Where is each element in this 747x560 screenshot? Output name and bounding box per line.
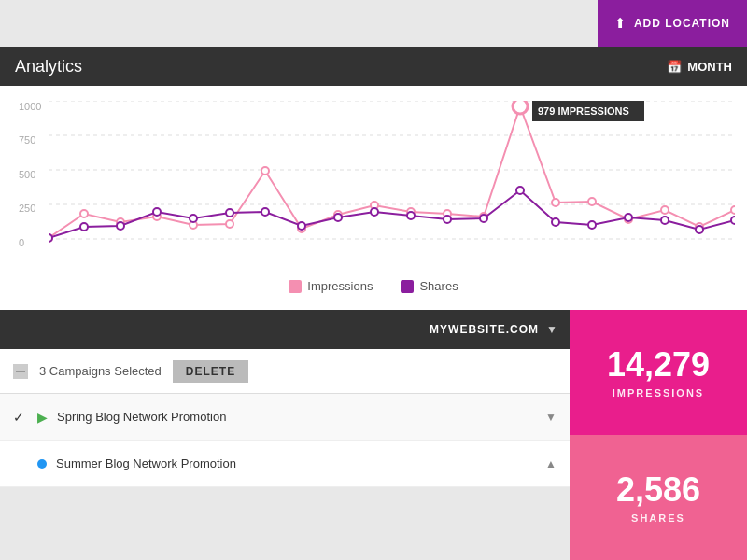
bottom-section: MYWEBSITE.COM ▼ — 3 Campaigns Selected D…	[0, 310, 747, 560]
calendar-icon: 📅	[667, 60, 682, 74]
campaign-name-1: Spring Blog Network Promotion	[57, 410, 536, 424]
play-icon: ▶	[37, 410, 48, 425]
campaign-checkbox-2[interactable]: ✓	[13, 456, 28, 471]
delete-button[interactable]: DELETE	[173, 360, 248, 383]
right-stats-panel: 14,279 IMPRESSIONS 2,586 SHARES	[570, 310, 747, 560]
svg-point-11	[261, 167, 269, 175]
y-label-250: 250	[19, 203, 35, 214]
add-location-label: ADD LOCATION	[634, 17, 730, 30]
svg-point-29	[226, 209, 233, 217]
y-label-500: 500	[19, 169, 35, 180]
upload-icon: ⬆	[614, 16, 627, 31]
analytics-header: Analytics 📅 MONTH	[0, 47, 747, 86]
expand-icon-1[interactable]: ▼	[545, 411, 557, 424]
impressions-legend-icon	[289, 280, 302, 293]
highlight-dot	[513, 101, 528, 114]
left-panel: MYWEBSITE.COM ▼ — 3 Campaigns Selected D…	[0, 310, 570, 560]
svg-point-23	[731, 206, 735, 214]
svg-text:979 IMPRESSIONS: 979 IMPRESSIONS	[538, 105, 629, 117]
svg-point-40	[625, 214, 632, 221]
impressions-stat-card: 14,279 IMPRESSIONS	[570, 310, 747, 435]
select-all-checkbox[interactable]: —	[13, 364, 28, 379]
svg-point-31	[298, 222, 305, 230]
y-label-0: 0	[19, 237, 24, 248]
website-selector[interactable]: MYWEBSITE.COM ▼	[430, 323, 558, 336]
shares-stat-label: SHARES	[631, 512, 685, 524]
svg-point-28	[190, 215, 197, 222]
svg-point-10	[226, 220, 233, 228]
website-bar: MYWEBSITE.COM ▼	[0, 310, 570, 349]
month-label: MONTH	[687, 60, 732, 74]
campaign-item: ✓ Summer Blog Network Promotion ▲	[0, 441, 570, 487]
chart-legend: Impressions Shares	[19, 279, 728, 293]
svg-point-41	[661, 217, 669, 224]
campaign-checkbox-1[interactable]: ✓	[13, 410, 28, 425]
svg-point-25	[80, 223, 88, 231]
svg-point-33	[371, 208, 378, 216]
svg-point-35	[444, 216, 451, 223]
svg-point-34	[407, 212, 415, 219]
analytics-title: Analytics	[15, 57, 82, 77]
svg-point-32	[334, 214, 342, 221]
svg-point-18	[552, 199, 559, 206]
campaigns-count: 3	[39, 364, 46, 378]
shares-legend-icon	[401, 280, 414, 293]
svg-point-38	[552, 218, 559, 226]
y-label-750: 750	[19, 134, 35, 146]
impressions-legend: Impressions	[289, 279, 373, 293]
chart-container: 1000 750 500 250 0	[19, 101, 728, 273]
website-name: MYWEBSITE.COM	[430, 323, 539, 336]
impressions-number: 14,279	[607, 346, 710, 384]
svg-point-39	[588, 221, 596, 229]
add-location-button[interactable]: ⬆ ADD LOCATION	[598, 0, 747, 47]
svg-point-36	[480, 215, 487, 222]
chart-area: 1000 750 500 250 0	[0, 86, 747, 310]
expand-icon-2[interactable]: ▲	[545, 457, 557, 470]
shares-number: 2,586	[616, 471, 700, 509]
top-bar: ⬆ ADD LOCATION	[0, 0, 747, 47]
svg-point-27	[153, 208, 161, 216]
svg-point-26	[117, 222, 124, 230]
svg-point-19	[588, 198, 596, 205]
impressions-legend-label: Impressions	[307, 279, 373, 293]
svg-point-21	[661, 206, 669, 214]
dropdown-arrow-icon: ▼	[546, 323, 558, 336]
shares-legend: Shares	[401, 279, 458, 293]
shares-legend-label: Shares	[419, 279, 458, 293]
active-dot	[37, 459, 47, 469]
svg-point-42	[696, 226, 703, 233]
month-button[interactable]: 📅 MONTH	[667, 60, 732, 74]
campaigns-selected-text: 3 Campaigns Selected	[39, 364, 162, 378]
shares-stat-card: 2,586 SHARES	[570, 435, 747, 560]
campaign-name-2: Summer Blog Network Promotion	[56, 456, 536, 470]
svg-point-37	[516, 187, 524, 194]
campaign-item: ✓ ▶ Spring Blog Network Promotion ▼	[0, 394, 570, 441]
svg-point-30	[261, 208, 269, 216]
campaigns-toolbar: — 3 Campaigns Selected DELETE	[0, 349, 570, 394]
svg-point-6	[80, 210, 88, 217]
y-label-1000: 1000	[19, 101, 41, 112]
svg-point-43	[731, 217, 735, 224]
shares-line	[49, 190, 735, 238]
svg-point-24	[49, 234, 52, 242]
impressions-stat-label: IMPRESSIONS	[613, 387, 704, 399]
analytics-chart: 979 IMPRESSIONS	[49, 101, 735, 255]
